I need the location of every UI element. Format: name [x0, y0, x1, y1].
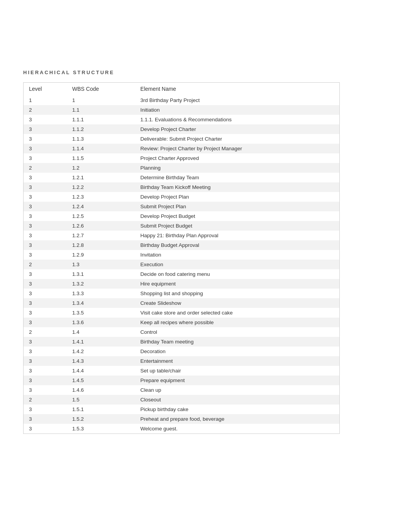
cell-wbs: 1.3.6 [67, 318, 135, 327]
table-row: 3 1.3.2 Hire equipment [24, 279, 340, 289]
cell-wbs: 1.3.5 [67, 308, 135, 318]
cell-name: Happy 21: Birthday Plan Approval [135, 231, 340, 240]
wbs-table: Level WBS Code Element Name 1 1 3rd Birt… [23, 82, 340, 434]
table-row: 3 1.2.6 Submit Project Budget [24, 221, 340, 231]
table-header-row: Level WBS Code Element Name [24, 83, 340, 95]
cell-wbs: 1.2.4 [67, 202, 135, 211]
cell-level: 3 [24, 124, 67, 134]
cell-name: Initiation [135, 105, 340, 115]
cell-name: Prepare equipment [135, 376, 340, 385]
cell-level: 3 [24, 318, 67, 327]
cell-wbs: 1.2.1 [67, 173, 135, 182]
cell-name: Develop Project Charter [135, 124, 340, 134]
cell-level: 3 [24, 202, 67, 211]
cell-level: 3 [24, 221, 67, 231]
cell-level: 3 [24, 231, 67, 240]
cell-wbs: 1.1.4 [67, 144, 135, 153]
table-row: 3 1.3.5 Visit cake store and order selec… [24, 308, 340, 318]
cell-name: Planning [135, 163, 340, 173]
cell-name: Closeout [135, 395, 340, 405]
cell-name: 3rd Birthday Party Project [135, 95, 340, 105]
cell-level: 3 [24, 269, 67, 279]
cell-wbs: 1.2.6 [67, 221, 135, 231]
table-row: 2 1.4 Control [24, 327, 340, 337]
cell-level: 3 [24, 279, 67, 289]
cell-level: 3 [24, 144, 67, 153]
table-row: 3 1.2.9 Invitation [24, 250, 340, 260]
cell-name: Clean up [135, 385, 340, 395]
table-row: 3 1.3.4 Create Slideshow [24, 298, 340, 308]
cell-wbs: 1.1.1 [67, 115, 135, 124]
cell-wbs: 1.2.7 [67, 231, 135, 240]
cell-wbs: 1.1 [67, 105, 135, 115]
cell-wbs: 1.5.3 [67, 424, 135, 434]
table-row: 3 1.1.3 Deliverable: Submit Project Char… [24, 134, 340, 144]
table-row: 3 1.2.4 Submit Project Plan [24, 202, 340, 211]
cell-wbs: 1.2.9 [67, 250, 135, 260]
table-row: 3 1.2.5 Develop Project Budget [24, 211, 340, 221]
cell-level: 3 [24, 424, 67, 434]
cell-level: 3 [24, 385, 67, 395]
cell-name: Invitation [135, 250, 340, 260]
cell-level: 2 [24, 163, 67, 173]
cell-level: 3 [24, 405, 67, 414]
cell-name: Develop Project Plan [135, 192, 340, 202]
cell-level: 3 [24, 347, 67, 356]
cell-name: Project Charter Approved [135, 153, 340, 163]
cell-wbs: 1.5.2 [67, 414, 135, 424]
cell-wbs: 1 [67, 95, 135, 105]
cell-wbs: 1.3.4 [67, 298, 135, 308]
table-row: 3 1.2.1 Determine Birthday Team [24, 173, 340, 182]
cell-name: Submit Project Budget [135, 221, 340, 231]
cell-wbs: 1.2 [67, 163, 135, 173]
cell-name: Review: Project Charter by Project Manag… [135, 144, 340, 153]
table-row: 3 1.3.3 Shopping list and shopping [24, 289, 340, 298]
cell-wbs: 1.4.6 [67, 385, 135, 395]
col-header-name: Element Name [135, 83, 340, 95]
table-row: 3 1.1.2 Develop Project Charter [24, 124, 340, 134]
cell-level: 3 [24, 240, 67, 250]
table-row: 3 1.2.7 Happy 21: Birthday Plan Approval [24, 231, 340, 240]
cell-wbs: 1.5.1 [67, 405, 135, 414]
cell-wbs: 1.5 [67, 395, 135, 405]
cell-level: 3 [24, 173, 67, 182]
cell-name: Develop Project Budget [135, 211, 340, 221]
cell-wbs: 1.4.5 [67, 376, 135, 385]
cell-wbs: 1.2.8 [67, 240, 135, 250]
cell-level: 3 [24, 250, 67, 260]
table-row: 3 1.4.3 Entertainment [24, 356, 340, 366]
cell-level: 3 [24, 414, 67, 424]
cell-level: 3 [24, 192, 67, 202]
cell-name: 1.1.1. Evaluations & Recommendations [135, 115, 340, 124]
cell-level: 2 [24, 327, 67, 337]
table-row: 2 1.1 Initiation [24, 105, 340, 115]
cell-wbs: 1.3.2 [67, 279, 135, 289]
cell-level: 2 [24, 105, 67, 115]
cell-name: Keep all recipes where possible [135, 318, 340, 327]
cell-level: 3 [24, 211, 67, 221]
cell-name: Determine Birthday Team [135, 173, 340, 182]
table-row: 3 1.1.1 1.1.1. Evaluations & Recommendat… [24, 115, 340, 124]
col-header-level: Level [24, 83, 67, 95]
cell-level: 3 [24, 298, 67, 308]
cell-name: Decoration [135, 347, 340, 356]
cell-name: Decide on food catering menu [135, 269, 340, 279]
cell-level: 1 [24, 95, 67, 105]
cell-name: Welcome guest. [135, 424, 340, 434]
cell-wbs: 1.1.2 [67, 124, 135, 134]
cell-name: Pickup birthday cake [135, 405, 340, 414]
cell-level: 3 [24, 153, 67, 163]
cell-level: 3 [24, 115, 67, 124]
cell-wbs: 1.4.1 [67, 337, 135, 347]
table-row: 3 1.2.8 Birthday Budget Approval [24, 240, 340, 250]
cell-wbs: 1.3 [67, 260, 135, 269]
table-row: 2 1.5 Closeout [24, 395, 340, 405]
cell-level: 3 [24, 308, 67, 318]
cell-name: Deliverable: Submit Project Charter [135, 134, 340, 144]
cell-wbs: 1.1.3 [67, 134, 135, 144]
table-row: 1 1 3rd Birthday Party Project [24, 95, 340, 105]
cell-name: Hire equipment [135, 279, 340, 289]
cell-name: Entertainment [135, 356, 340, 366]
table-row: 3 1.5.1 Pickup birthday cake [24, 405, 340, 414]
table-row: 3 1.3.1 Decide on food catering menu [24, 269, 340, 279]
